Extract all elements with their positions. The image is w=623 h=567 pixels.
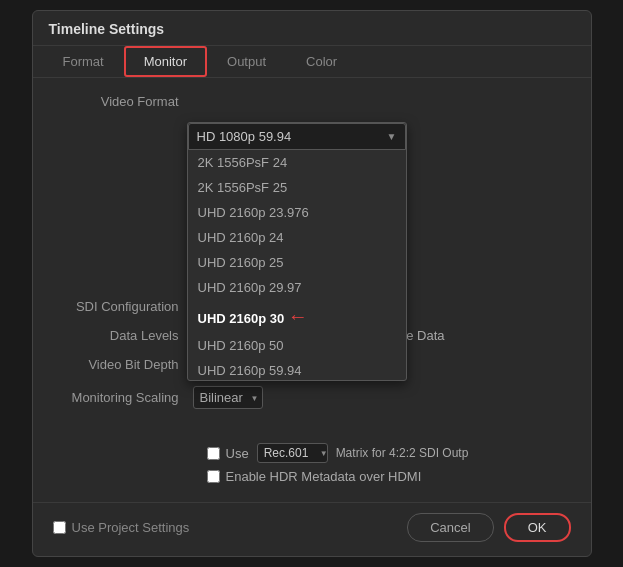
dropdown-item[interactable]: UHD 2160p 24 (188, 225, 406, 250)
tab-format[interactable]: Format (43, 46, 124, 77)
use-project-label: Use Project Settings (72, 520, 190, 535)
rec-select[interactable]: Rec.601 Rec.709 (257, 443, 328, 463)
dropdown-selected-value: HD 1080p 59.94 (197, 129, 292, 144)
use-project-wrapper: Use Project Settings (53, 520, 190, 535)
cancel-button[interactable]: Cancel (407, 513, 493, 542)
video-format-dropdown[interactable]: HD 1080p 59.94 ▼ 2K 1556PsF 24 2K 1556Ps… (187, 122, 407, 381)
content-area: Video Format HD 1080p 59.94 ▼ 2K 1556PsF… (33, 78, 591, 439)
dropdown-item[interactable]: UHD 2160p 23.976 (188, 200, 406, 225)
video-format-row: Video Format HD 1080p 59.94 ▼ 2K 1556PsF… (53, 94, 571, 109)
hdmi-checkbox[interactable] (207, 470, 220, 483)
video-format-label: Video Format (53, 94, 193, 109)
dropdown-item[interactable]: UHD 2160p 29.97 (188, 275, 406, 300)
dialog-footer: Use Project Settings Cancel OK (33, 502, 591, 556)
monitoring-scaling-row: Monitoring Scaling Bilinear ▼ (53, 386, 571, 409)
tab-bar: Format Monitor Output Color (33, 46, 591, 78)
bilinear-select-wrapper[interactable]: Bilinear ▼ (193, 386, 263, 409)
tab-output[interactable]: Output (207, 46, 286, 77)
bottom-section: Use Rec.601 Rec.709 ▼ Matrix for 4:2:2 S… (33, 439, 591, 498)
dropdown-item[interactable]: UHD 2160p 50 (188, 333, 406, 358)
matrix-text: Matrix for 4:2:2 SDI Outp (336, 446, 469, 460)
dropdown-arrow-icon: ▼ (387, 131, 397, 142)
ok-button[interactable]: OK (504, 513, 571, 542)
hdmi-checkbox-row: Enable HDR Metadata over HDMI (53, 469, 571, 484)
hdmi-label: Enable HDR Metadata over HDMI (226, 469, 422, 484)
dropdown-header[interactable]: HD 1080p 59.94 ▼ (188, 123, 406, 150)
title-bar: Timeline Settings (33, 11, 591, 46)
rec-checkbox-row: Use Rec.601 Rec.709 ▼ Matrix for 4:2:2 S… (53, 443, 571, 463)
highlight-arrow-icon: ← (288, 305, 308, 327)
timeline-settings-dialog: Timeline Settings Format Monitor Output … (32, 10, 592, 557)
dropdown-item-highlighted[interactable]: UHD 2160p 30 ← (188, 300, 406, 333)
bilinear-wrapper: Bilinear ▼ (193, 386, 263, 409)
use-rec-checkbox[interactable] (207, 447, 220, 460)
use-project-checkbox[interactable] (53, 521, 66, 534)
use-rec-label: Use (226, 446, 249, 461)
dropdown-item[interactable]: 2K 1556PsF 24 (188, 150, 406, 175)
dropdown-item[interactable]: UHD 2160p 25 (188, 250, 406, 275)
dialog-title: Timeline Settings (49, 21, 575, 37)
dropdown-list[interactable]: 2K 1556PsF 24 2K 1556PsF 25 UHD 2160p 23… (188, 150, 406, 380)
data-levels-label: Data Levels (53, 328, 193, 343)
bilinear-select[interactable]: Bilinear (193, 386, 263, 409)
dropdown-item[interactable]: UHD 2160p 59.94 (188, 358, 406, 380)
sdi-config-label: SDI Configuration (53, 299, 193, 314)
monitoring-scaling-label: Monitoring Scaling (53, 390, 193, 405)
tab-color[interactable]: Color (286, 46, 357, 77)
footer-buttons: Cancel OK (407, 513, 570, 542)
tab-monitor[interactable]: Monitor (124, 46, 207, 77)
rec-select-wrapper[interactable]: Rec.601 Rec.709 ▼ (253, 443, 332, 463)
video-bit-depth-label: Video Bit Depth (53, 357, 193, 372)
dropdown-item[interactable]: 2K 1556PsF 25 (188, 175, 406, 200)
